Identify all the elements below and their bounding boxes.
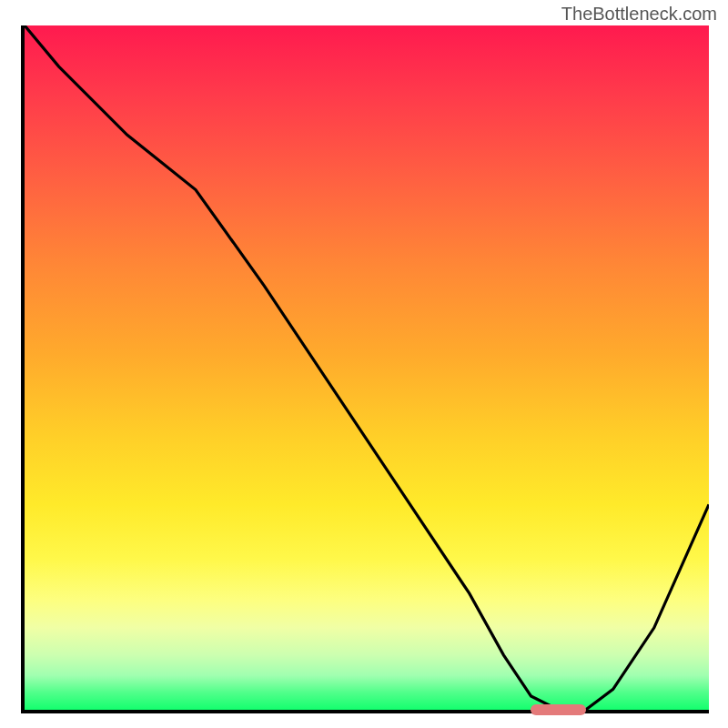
plot-area <box>21 25 709 713</box>
bottleneck-curve <box>25 25 709 710</box>
chart-container: TheBottleneck.com <box>0 0 728 728</box>
watermark-text: TheBottleneck.com <box>561 4 717 25</box>
optimal-marker <box>531 704 585 715</box>
